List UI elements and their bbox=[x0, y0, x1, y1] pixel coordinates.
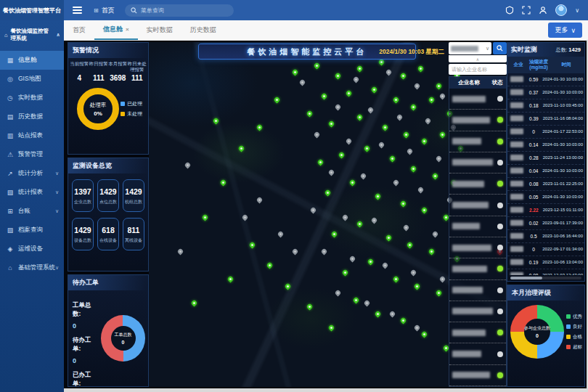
marker-offline[interactable] bbox=[346, 138, 353, 145]
marker-offline[interactable] bbox=[364, 300, 371, 307]
marker-online[interactable] bbox=[417, 65, 425, 73]
marker-online[interactable] bbox=[335, 72, 342, 79]
marker-online[interactable] bbox=[306, 110, 313, 118]
marker-offline[interactable] bbox=[392, 179, 399, 187]
realtime-row-6[interactable]: 0.142024-01-30 10:03:00 bbox=[507, 139, 584, 152]
company-row-6[interactable] bbox=[449, 195, 506, 216]
marker-online[interactable] bbox=[356, 113, 364, 121]
marker-offline[interactable] bbox=[385, 69, 392, 76]
marker-online[interactable] bbox=[436, 83, 443, 90]
sidebar-item-2[interactable]: ◎GIS地图 bbox=[0, 70, 64, 89]
user-icon[interactable] bbox=[539, 6, 547, 15]
menu-search-input[interactable] bbox=[141, 7, 221, 14]
marker-online[interactable] bbox=[353, 296, 360, 303]
marker-offline[interactable] bbox=[327, 168, 335, 176]
marker-online[interactable] bbox=[349, 179, 356, 187]
sidebar-item-9[interactable]: ⊞台账∨ bbox=[0, 202, 64, 221]
marker-online[interactable] bbox=[410, 103, 417, 110]
realtime-row-5[interactable]: 02024-01-17 22:53:00 bbox=[507, 126, 584, 139]
marker-online[interactable] bbox=[237, 144, 245, 152]
marker-online[interactable] bbox=[367, 258, 374, 266]
marker-online[interactable] bbox=[226, 276, 234, 283]
marker-offline[interactable] bbox=[367, 107, 374, 114]
marker-offline[interactable] bbox=[360, 172, 367, 179]
marker-offline[interactable] bbox=[438, 276, 446, 283]
company-row-14[interactable] bbox=[449, 365, 506, 386]
realtime-row-13[interactable]: 0.52023-10-06 16:44:00 bbox=[507, 230, 584, 243]
marker-online[interactable] bbox=[438, 131, 446, 138]
map-canvas[interactable]: 餐饮油烟智能监控云平台 2024/1/30 10:03 星期二 ∨ bbox=[149, 42, 508, 387]
marker-offline[interactable] bbox=[436, 155, 443, 162]
marker-offline[interactable] bbox=[313, 131, 320, 138]
tab-1[interactable]: 首页 bbox=[64, 20, 94, 40]
marker-offline[interactable] bbox=[320, 248, 327, 256]
sidebar-item-11[interactable]: ◈运维设备 bbox=[0, 240, 64, 258]
sidebar-system-title[interactable]: ⌂ 餐饮油烟监控管理系统 ∧ bbox=[0, 20, 64, 51]
marker-offline[interactable] bbox=[342, 213, 349, 221]
marker-online[interactable] bbox=[410, 166, 417, 173]
marker-online[interactable] bbox=[392, 97, 399, 104]
realtime-row-4[interactable]: 0.392023-11-16 08:04:00 bbox=[507, 113, 584, 126]
company-row-2[interactable] bbox=[449, 110, 506, 131]
marker-online[interactable] bbox=[346, 89, 353, 97]
marker-offline[interactable] bbox=[176, 248, 184, 256]
marker-online[interactable] bbox=[374, 193, 381, 200]
device-card-3[interactable]: 1429机组总数 bbox=[123, 179, 144, 212]
marker-offline[interactable] bbox=[335, 290, 342, 297]
company-name-input[interactable] bbox=[449, 64, 507, 75]
marker-offline[interactable] bbox=[425, 117, 432, 124]
marker-offline[interactable] bbox=[410, 269, 417, 276]
marker-offline[interactable] bbox=[298, 79, 306, 86]
company-row-1[interactable] bbox=[449, 89, 506, 110]
marker-offline[interactable] bbox=[438, 93, 446, 100]
sidebar-item-5[interactable]: ▥站点报表 bbox=[0, 126, 64, 145]
sidebar-item-8[interactable]: ▧统计报表∨ bbox=[0, 183, 64, 202]
marker-online[interactable] bbox=[202, 213, 209, 221]
realtime-row-7[interactable]: 0.282023-11-24 13:00:00 bbox=[507, 152, 584, 165]
marker-online[interactable] bbox=[256, 124, 263, 131]
realtime-row-16[interactable]: 0.082023-12-03 12:47:00 bbox=[507, 269, 584, 275]
company-row-4[interactable] bbox=[449, 152, 506, 173]
marker-online[interactable] bbox=[407, 241, 414, 248]
marker-online[interactable] bbox=[342, 269, 349, 276]
tab-3[interactable]: 实时数据 bbox=[138, 20, 181, 40]
marker-online[interactable] bbox=[220, 179, 227, 187]
marker-offline[interactable] bbox=[349, 255, 356, 262]
marker-online[interactable] bbox=[421, 331, 428, 338]
marker-online[interactable] bbox=[428, 97, 436, 104]
marker-online[interactable] bbox=[327, 121, 335, 128]
realtime-row-12[interactable]: 0.022023-09-01 17:39:00 bbox=[507, 217, 584, 230]
realtime-row-9[interactable]: 0.082023-11-01 22:25:00 bbox=[507, 178, 584, 191]
hamburger-menu-icon[interactable] bbox=[73, 5, 82, 15]
marker-offline[interactable] bbox=[277, 231, 285, 238]
marker-online[interactable] bbox=[381, 124, 388, 131]
theme-icon[interactable] bbox=[505, 6, 514, 15]
marker-online[interactable] bbox=[436, 290, 443, 297]
marker-offline[interactable] bbox=[353, 75, 360, 83]
company-row-5[interactable] bbox=[449, 173, 506, 195]
marker-online[interactable] bbox=[364, 144, 371, 152]
sidebar-item-3[interactable]: ◷实时数据 bbox=[0, 89, 64, 107]
sidebar-item-7[interactable]: ↗统计分析∨ bbox=[0, 164, 64, 183]
company-row-3[interactable] bbox=[449, 131, 506, 152]
marker-offline[interactable] bbox=[417, 186, 425, 193]
marker-online[interactable] bbox=[399, 317, 407, 324]
company-row-9[interactable] bbox=[449, 258, 506, 279]
company-row-11[interactable] bbox=[449, 301, 506, 322]
sidebar-item-6[interactable]: ⚠预警管理 bbox=[0, 145, 64, 164]
marker-offline[interactable] bbox=[414, 83, 421, 90]
marker-online[interactable] bbox=[414, 282, 421, 290]
marker-online[interactable] bbox=[331, 231, 338, 238]
more-button[interactable]: 更多 ∨ bbox=[548, 23, 582, 38]
marker-offline[interactable] bbox=[241, 213, 248, 221]
realtime-row-10[interactable]: 0.052024-01-30 10:03:00 bbox=[507, 191, 584, 204]
realtime-row-3[interactable]: 0.182023-11-10 03:45:00 bbox=[507, 99, 584, 113]
fullscreen-icon[interactable] bbox=[522, 6, 531, 15]
company-row-10[interactable] bbox=[449, 280, 506, 301]
tab-2[interactable]: 信息舱× bbox=[94, 20, 138, 40]
marker-online[interactable] bbox=[399, 72, 407, 79]
realtime-row-11[interactable]: 2.222023-12-15 01:11:00 bbox=[507, 204, 584, 217]
marker-offline[interactable] bbox=[370, 217, 377, 224]
marker-online[interactable] bbox=[327, 324, 335, 331]
marker-offline[interactable] bbox=[256, 196, 263, 203]
